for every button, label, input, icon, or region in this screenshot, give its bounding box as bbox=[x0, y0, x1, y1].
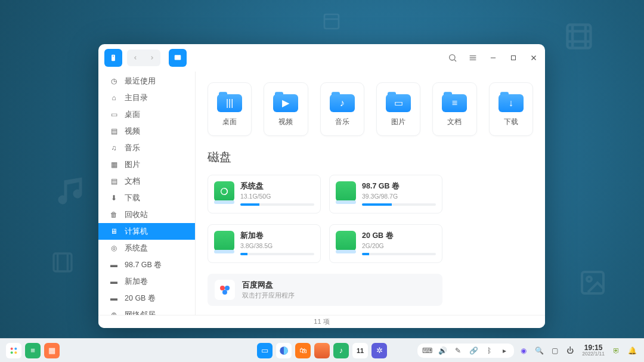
document-icon: ▤ bbox=[109, 177, 119, 185]
titlebar bbox=[98, 44, 545, 72]
sidebar-item-trash[interactable]: 🗑回收站 bbox=[98, 206, 195, 223]
sidebar-item-disk-98gb[interactable]: ▬98.7 GB 卷 bbox=[98, 256, 195, 273]
maximize-button[interactable] bbox=[508, 52, 519, 63]
taskbar-app-2[interactable]: ▦ bbox=[44, 343, 60, 358]
search-tray-icon[interactable]: 🔍 bbox=[533, 345, 545, 357]
clock-date: 2022/1/11 bbox=[582, 351, 605, 357]
view-tab-icon-button[interactable] bbox=[169, 49, 187, 67]
svg-point-15 bbox=[450, 54, 455, 60]
taskbar-calendar-icon[interactable]: 11 bbox=[352, 343, 368, 358]
home-icon: ⌂ bbox=[109, 94, 119, 102]
minimize-button[interactable] bbox=[488, 52, 499, 63]
power-icon[interactable]: ⏻ bbox=[564, 345, 576, 357]
disk-usage-bar bbox=[362, 203, 436, 206]
nav-forward-button[interactable] bbox=[144, 49, 160, 66]
sidebar-item-label: 图片 bbox=[125, 160, 140, 170]
file-manager-window: ◷最近使用 ⌂主目录 ▭桌面 ▤视频 ♫音乐 ▦图片 ▤文档 ⬇下载 🗑回收站 … bbox=[98, 44, 545, 328]
status-text: 11 项 bbox=[314, 317, 329, 326]
tray-app-icon-1[interactable]: ◉ bbox=[518, 345, 530, 357]
bg-deco-film-icon-2 bbox=[51, 250, 75, 274]
quick-folder-downloads[interactable]: ↓下载 bbox=[489, 82, 533, 136]
sidebar-item-label: 计算机 bbox=[125, 227, 148, 237]
disk-20gb[interactable]: 20 GB 卷 2G/20G bbox=[329, 224, 442, 263]
notification-icon[interactable]: 🔔 bbox=[626, 345, 638, 357]
download-icon: ⬇ bbox=[109, 194, 119, 202]
sidebar-item-disk-new[interactable]: ▬新加卷 bbox=[98, 273, 195, 290]
bluetooth-icon[interactable]: ᛒ bbox=[483, 345, 495, 357]
main-pane: |||桌面 ▶视频 ♪音乐 ▭图片 ≡文档 ↓下载 磁盘 系统盘 13.1G/5… bbox=[196, 72, 545, 328]
svg-point-11 bbox=[587, 277, 592, 281]
quick-folders-row: |||桌面 ▶视频 ♪音乐 ▭图片 ≡文档 ↓下载 bbox=[208, 82, 533, 136]
search-icon[interactable] bbox=[447, 52, 458, 63]
sidebar-item-label: 桌面 bbox=[125, 110, 140, 120]
quick-label: 图片 bbox=[391, 117, 405, 127]
sidebar-item-label: 下载 bbox=[125, 193, 140, 203]
launcher-icon[interactable] bbox=[6, 343, 21, 358]
sidebar-item-label: 回收站 bbox=[125, 210, 148, 220]
svg-rect-14 bbox=[175, 55, 181, 60]
link-icon[interactable]: 🔗 bbox=[467, 345, 479, 357]
sidebar-item-videos[interactable]: ▤视频 bbox=[98, 123, 195, 140]
svg-point-29 bbox=[14, 347, 17, 349]
disk-icon: ▬ bbox=[109, 294, 119, 302]
app-icon[interactable] bbox=[104, 49, 122, 67]
sidebar-item-downloads[interactable]: ⬇下载 bbox=[98, 190, 195, 206]
workspace-icon[interactable]: ▢ bbox=[549, 345, 561, 357]
svg-point-30 bbox=[11, 351, 13, 354]
sidebar-item-music[interactable]: ♫音乐 bbox=[98, 140, 195, 156]
menu-icon[interactable] bbox=[467, 52, 478, 63]
svg-rect-7 bbox=[54, 253, 72, 271]
keyboard-icon[interactable]: ⌨ bbox=[421, 345, 433, 357]
taskbar-settings-icon[interactable]: ✲ bbox=[371, 343, 387, 358]
svg-rect-21 bbox=[512, 55, 516, 60]
trash-icon: 🗑 bbox=[109, 211, 119, 219]
sidebar-item-recent[interactable]: ◷最近使用 bbox=[98, 73, 195, 89]
disk-new[interactable]: 新加卷 3.8G/38.5G bbox=[208, 224, 321, 263]
quick-folder-pictures[interactable]: ▭图片 bbox=[376, 82, 420, 136]
quick-folder-documents[interactable]: ≡文档 bbox=[432, 82, 476, 136]
sidebar-item-pictures[interactable]: ▦图片 bbox=[98, 156, 195, 173]
sidebar-item-system-disk[interactable]: ◎系统盘 bbox=[98, 240, 195, 256]
sidebar-item-label: 主目录 bbox=[125, 93, 148, 103]
disk-98gb[interactable]: 98.7 GB 卷 39.3G/98.7G bbox=[329, 175, 442, 214]
sidebar-item-computer[interactable]: 🖥计算机 bbox=[98, 223, 195, 240]
quick-label: 文档 bbox=[447, 117, 462, 127]
volume-icon[interactable]: 🔊 bbox=[436, 345, 448, 357]
disk-usage-text: 2G/20G bbox=[362, 242, 436, 249]
app-baidu-netdisk[interactable]: 百度网盘 双击打开应用程序 bbox=[208, 274, 442, 306]
quick-folder-music[interactable]: ♪音乐 bbox=[320, 82, 364, 136]
quick-folder-desktop[interactable]: |||桌面 bbox=[208, 82, 252, 136]
brush-icon[interactable]: ✎ bbox=[452, 345, 464, 357]
svg-point-25 bbox=[220, 286, 225, 290]
picture-icon: ▦ bbox=[109, 160, 119, 169]
tray-expand-icon[interactable]: ▸ bbox=[499, 345, 510, 357]
clock-icon: ◷ bbox=[109, 77, 119, 85]
sidebar-item-desktop[interactable]: ▭桌面 bbox=[98, 106, 195, 123]
quick-folder-videos[interactable]: ▶视频 bbox=[264, 82, 308, 136]
folder-icon: ♪ bbox=[330, 92, 355, 112]
taskbar-filemanager-icon[interactable]: ▭ bbox=[257, 343, 273, 358]
sidebar: ◷最近使用 ⌂主目录 ▭桌面 ▤视频 ♫音乐 ▦图片 ▤文档 ⬇下载 🗑回收站 … bbox=[98, 72, 196, 328]
taskbar-browser-icon[interactable] bbox=[276, 343, 292, 358]
sidebar-item-documents[interactable]: ▤文档 bbox=[98, 173, 195, 190]
app-subtitle: 双击打开应用程序 bbox=[242, 292, 295, 300]
disk-title: 20 GB 卷 bbox=[362, 231, 436, 241]
disk-icon: ▬ bbox=[109, 261, 119, 269]
quick-label: 下载 bbox=[504, 117, 518, 127]
app-title: 百度网盘 bbox=[242, 280, 295, 290]
sidebar-item-label: 新加卷 bbox=[125, 277, 148, 287]
taskbar-store-icon[interactable]: 🛍 bbox=[295, 343, 311, 358]
taskbar-app-1[interactable]: ≡ bbox=[25, 343, 41, 358]
disk-grid: 系统盘 13.1G/50G 98.7 GB 卷 39.3G/98.7G bbox=[208, 175, 533, 263]
shield-icon[interactable]: ⛨ bbox=[611, 345, 623, 357]
close-button[interactable] bbox=[528, 52, 539, 63]
bg-deco-film-icon bbox=[564, 21, 595, 52]
clock[interactable]: 19:15 2022/1/11 bbox=[582, 344, 605, 357]
disk-icon: ▬ bbox=[109, 277, 119, 286]
disk-system[interactable]: 系统盘 13.1G/50G bbox=[208, 175, 321, 214]
nav-back-button[interactable] bbox=[127, 49, 144, 66]
sidebar-item-disk-20gb[interactable]: ▬20 GB 卷 bbox=[98, 290, 195, 307]
sidebar-item-home[interactable]: ⌂主目录 bbox=[98, 89, 195, 106]
taskbar-music-icon[interactable]: ♪ bbox=[333, 343, 349, 358]
taskbar-gallery-icon[interactable] bbox=[314, 343, 330, 358]
